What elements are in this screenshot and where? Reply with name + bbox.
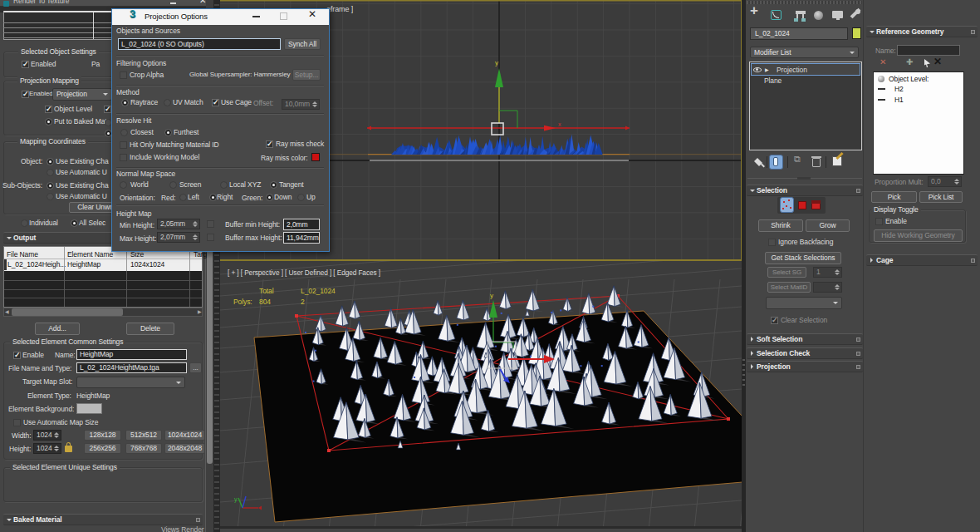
svg-text:y: y <box>495 59 498 66</box>
svg-text:y: y <box>490 292 493 299</box>
svg-text:[ + ] [ Perspective ] [ User D: [ + ] [ Perspective ] [ User Defined ] [… <box>228 268 380 277</box>
svg-text:x: x <box>558 121 561 127</box>
svg-text:Total: Total <box>259 287 274 295</box>
svg-text:eframe ]: eframe ] <box>326 5 353 13</box>
svg-text:Polys:: Polys: <box>233 298 252 306</box>
svg-text:804: 804 <box>259 298 271 306</box>
svg-text:2: 2 <box>301 298 305 306</box>
svg-text:L_02_1024: L_02_1024 <box>301 287 336 295</box>
svg-text:y: y <box>234 496 238 503</box>
